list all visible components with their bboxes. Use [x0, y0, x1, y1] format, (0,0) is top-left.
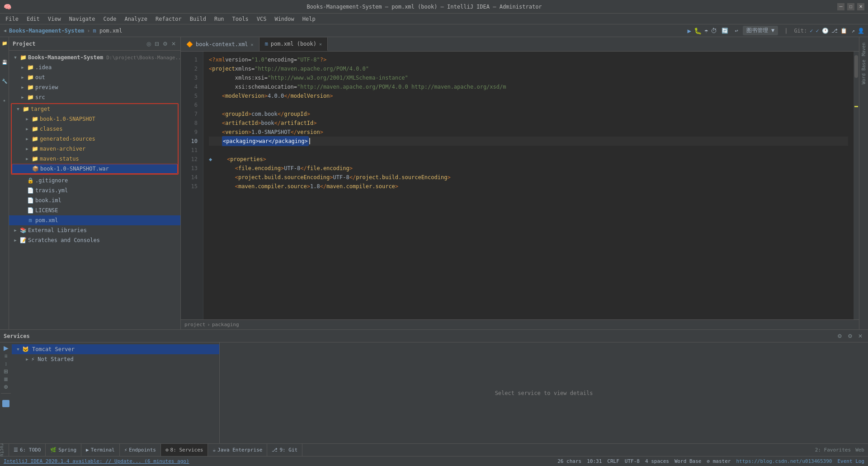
share-icon[interactable]: ↗ — [852, 28, 855, 34]
debug-icon[interactable]: 🐛 — [694, 27, 702, 34]
sidebar-close-btn[interactable]: ✕ — [170, 40, 177, 48]
tree-item-pomxml[interactable]: m pom.xml — [9, 215, 180, 225]
tree-item-target[interactable]: 📁 target — [12, 104, 178, 114]
tree-item-out[interactable]: 📁 out — [9, 72, 180, 82]
code-editor[interactable]: 1 2 3 4 5 6 7 8 9 10 11 12 13 14 15 <? — [181, 52, 859, 319]
menu-refactor[interactable]: Refactor — [152, 15, 185, 23]
menu-vcs[interactable]: VCS — [253, 15, 270, 23]
menu-analyze[interactable]: Analyze — [121, 15, 151, 23]
sidebar-icons[interactable]: ◎ ⊟ ⚙ ✕ — [146, 40, 177, 48]
status-encoding[interactable]: UTF-8 — [625, 458, 640, 464]
menu-build[interactable]: Build — [186, 15, 210, 23]
bottom-tab-services[interactable]: ⚙ 8: Services — [161, 444, 208, 456]
services-tree-tomcat[interactable]: 🐱 Tomcat Server — [12, 344, 219, 354]
git-history-icon[interactable]: 📋 — [840, 28, 847, 34]
status-warning[interactable]: IntelliJ IDEA 2020.1.4 available: // Upd… — [4, 458, 189, 464]
tree-item-idea[interactable]: 📁 .idea — [9, 62, 180, 72]
bottom-tab-spring[interactable]: 🌿 Spring — [46, 444, 81, 456]
bottom-tab-java-enterprise[interactable]: ☕ Java Enterprise — [208, 444, 267, 456]
tree-item-src[interactable]: 📁 src — [9, 92, 180, 102]
sidebar-locate-btn[interactable]: ◎ — [146, 40, 152, 48]
tree-item-external-libs[interactable]: 📚 External Libraries — [9, 225, 180, 235]
services-toolbar-btns[interactable]: ⚙ ⚙ ✕ — [835, 332, 864, 340]
services-close-btn[interactable]: ✕ — [856, 332, 864, 340]
z-structure-label[interactable]: Z: Structure — [0, 443, 9, 456]
maven-label[interactable]: Maven — [861, 43, 866, 56]
structure-icon[interactable]: 🔧 — [0, 77, 9, 85]
tab-book-context[interactable]: 🔶 book-context.xml ✕ — [181, 38, 259, 51]
tree-item-travis[interactable]: 📄 travis.yml — [9, 185, 180, 195]
tree-item-bookiml[interactable]: 📄 book.iml — [9, 195, 180, 205]
menu-code[interactable]: Code — [100, 15, 120, 23]
status-url[interactable]: https://blog.csdn.net/u013465390 — [736, 458, 832, 464]
tree-item-generated-sources[interactable]: 📁 generated-sources — [12, 134, 178, 144]
code-line-2: < project xmlns= "http://maven.apache.or… — [209, 64, 848, 73]
tree-item-maven-status[interactable]: 📁 maven-status — [12, 154, 178, 164]
person-icon[interactable]: 👤 — [858, 28, 864, 34]
sidebar-settings-btn[interactable]: ⚙ — [162, 40, 169, 48]
tree-item-classes[interactable]: 📁 classes — [12, 124, 178, 134]
menu-view[interactable]: View — [44, 15, 65, 23]
run-icon[interactable]: ▶ — [688, 27, 691, 34]
services-run-btn[interactable]: ▶ — [4, 344, 9, 352]
services-config-btn[interactable]: ⚙ — [846, 332, 854, 340]
tree-item-preview[interactable]: 📁 preview — [9, 82, 180, 92]
menu-tools[interactable]: Tools — [229, 15, 252, 23]
status-git-branch[interactable]: ⊘ master — [707, 458, 731, 464]
breadcrumb-project[interactable]: Books-Management-System — [9, 28, 84, 34]
tab-pom-xml[interactable]: m pom.xml (book) ✕ — [259, 38, 328, 51]
tab-close-pom[interactable]: ✕ — [319, 42, 322, 47]
update-icon[interactable]: 🔄 — [722, 28, 728, 34]
tree-item-gitignore[interactable]: 🔒 .gitignore — [9, 176, 180, 185]
project-icon[interactable]: 📁 — [0, 39, 9, 47]
favorites-icon[interactable]: ★ — [0, 96, 9, 104]
tree-item-book-war[interactable]: 📦 book-1.0-SNAPSHOT.war — [12, 164, 178, 174]
menu-help[interactable]: Help — [299, 15, 319, 23]
back-icon[interactable]: ◀ — [4, 28, 6, 33]
word-base-label[interactable]: Word Base — [861, 60, 866, 84]
tab-close-book-context[interactable]: ✕ — [251, 42, 254, 47]
editor-scrollbar[interactable] — [854, 52, 859, 319]
menu-navigate[interactable]: Navigate — [66, 15, 99, 23]
book-mgmt-dropdown[interactable]: 图书管理 ▼ — [743, 26, 778, 35]
git-clock-icon[interactable]: 🕐 — [822, 28, 829, 34]
services-sort-btn[interactable]: ≣ — [4, 376, 8, 382]
tree-item-maven-archiver[interactable]: 📁 maven-archiver — [12, 144, 178, 154]
menu-window[interactable]: Window — [271, 15, 297, 23]
code-content[interactable]: <?xml version= "1.0" encoding= "UTF-8" ?… — [203, 52, 854, 319]
menu-edit[interactable]: Edit — [23, 15, 43, 23]
status-line-ending[interactable]: CRLF — [607, 458, 619, 464]
tree-item-root[interactable]: 📁 Books-Management-System D:\project\Boo… — [9, 52, 180, 62]
services-expand-btn[interactable]: ↕ — [5, 361, 7, 367]
git-branch-icon[interactable]: ⎇ — [831, 28, 838, 34]
status-indent[interactable]: 4 spaces — [645, 458, 669, 464]
minimize-button[interactable]: ─ — [837, 3, 844, 10]
bottom-tab-terminal[interactable]: ▶ Terminal — [81, 444, 120, 456]
maximize-button[interactable]: □ — [847, 3, 854, 10]
services-filter-btn[interactable]: ⊞ — [4, 368, 8, 375]
services-tree-not-started[interactable]: ⚡ Not Started — [12, 354, 219, 364]
status-event-log[interactable]: Event Log — [837, 458, 864, 464]
menu-file[interactable]: File — [2, 15, 22, 23]
sidebar-collapse-btn[interactable]: ⊟ — [154, 40, 160, 48]
services-deploy-btn[interactable]: ⊕ — [4, 384, 8, 390]
web-tab[interactable]: Web — [855, 447, 864, 453]
window-controls[interactable]: ─ □ ✕ — [837, 3, 864, 10]
git-check-icon[interactable]: ✓ — [810, 28, 813, 34]
close-button[interactable]: ✕ — [857, 3, 864, 10]
bottom-tab-todo[interactable]: ☰ 6: TODO — [9, 444, 46, 456]
tree-item-license[interactable]: 📄 LICENSE — [9, 205, 180, 215]
tree-item-scratches[interactable]: 📝 Scratches and Consoles — [9, 235, 180, 245]
services-group-btn[interactable]: ≡ — [4, 353, 7, 359]
bottom-tab-endpoints[interactable]: ⚡ Endpoints — [120, 444, 161, 456]
coverage-icon[interactable]: ☂ — [704, 27, 708, 34]
bottom-tab-git[interactable]: ⎇ 9: Git — [267, 444, 302, 456]
2-favorites-tab[interactable]: 2: Favorites — [815, 447, 851, 453]
services-settings-btn[interactable]: ⚙ — [835, 332, 844, 340]
git-check2-icon[interactable]: ✓ — [816, 28, 819, 34]
commit-icon[interactable]: 💾 — [0, 58, 9, 66]
tree-item-book-snapshot[interactable]: 📁 book-1.0-SNAPSHOT — [12, 114, 178, 124]
undo-icon[interactable]: ↩ — [735, 28, 738, 34]
profile-icon[interactable]: ⏱ — [711, 27, 717, 34]
menu-run[interactable]: Run — [211, 15, 228, 23]
